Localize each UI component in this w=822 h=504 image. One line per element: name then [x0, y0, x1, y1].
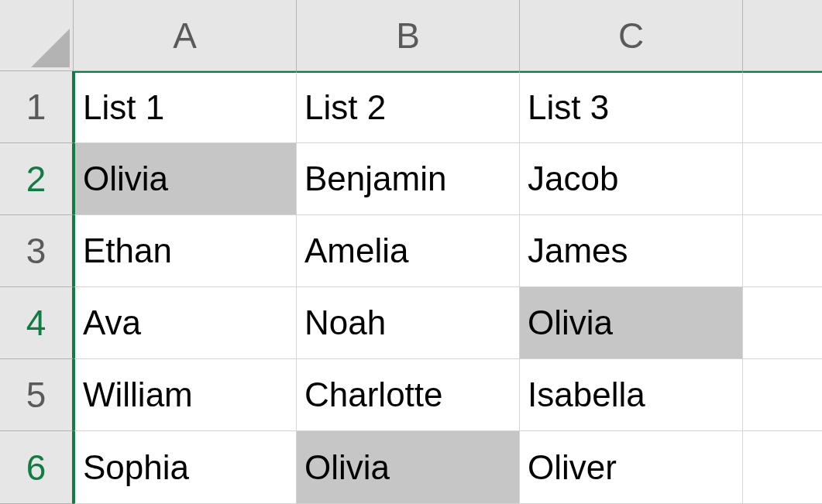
cell-b6[interactable]: Olivia: [297, 431, 520, 504]
column-header-c[interactable]: C: [520, 0, 743, 71]
cell-d5[interactable]: [743, 359, 822, 431]
cell-c1[interactable]: List 3: [520, 71, 743, 143]
row-header-5[interactable]: 5: [0, 359, 74, 431]
cell-a2[interactable]: Olivia: [74, 143, 297, 215]
row-header-1[interactable]: 1: [0, 71, 74, 143]
select-all-corner[interactable]: [0, 0, 74, 71]
cell-a1[interactable]: List 1: [74, 71, 297, 143]
row-header-4[interactable]: 4: [0, 287, 74, 359]
cell-d2[interactable]: [743, 143, 822, 215]
cell-b5[interactable]: Charlotte: [297, 359, 520, 431]
row-header-3[interactable]: 3: [0, 215, 74, 287]
cell-a5[interactable]: William: [74, 359, 297, 431]
row-header-6[interactable]: 6: [0, 431, 74, 504]
cell-a3[interactable]: Ethan: [74, 215, 297, 287]
cell-b1[interactable]: List 2: [297, 71, 520, 143]
cell-b2[interactable]: Benjamin: [297, 143, 520, 215]
cell-c6[interactable]: Oliver: [520, 431, 743, 504]
cell-b4[interactable]: Noah: [297, 287, 520, 359]
cell-a4[interactable]: Ava: [74, 287, 297, 359]
cell-b3[interactable]: Amelia: [297, 215, 520, 287]
row-header-2[interactable]: 2: [0, 143, 74, 215]
cell-d3[interactable]: [743, 215, 822, 287]
column-header-b[interactable]: B: [297, 0, 520, 71]
cell-d1[interactable]: [743, 71, 822, 143]
cell-d6[interactable]: [743, 431, 822, 504]
cell-c2[interactable]: Jacob: [520, 143, 743, 215]
cell-a6[interactable]: Sophia: [74, 431, 297, 504]
spreadsheet-grid: A B C 1 List 1 List 2 List 3 2 Olivia Be…: [0, 0, 822, 504]
column-header-d[interactable]: [743, 0, 822, 71]
cell-c4[interactable]: Olivia: [520, 287, 743, 359]
column-header-a[interactable]: A: [74, 0, 297, 71]
cell-c5[interactable]: Isabella: [520, 359, 743, 431]
cell-c3[interactable]: James: [520, 215, 743, 287]
cell-d4[interactable]: [743, 287, 822, 359]
